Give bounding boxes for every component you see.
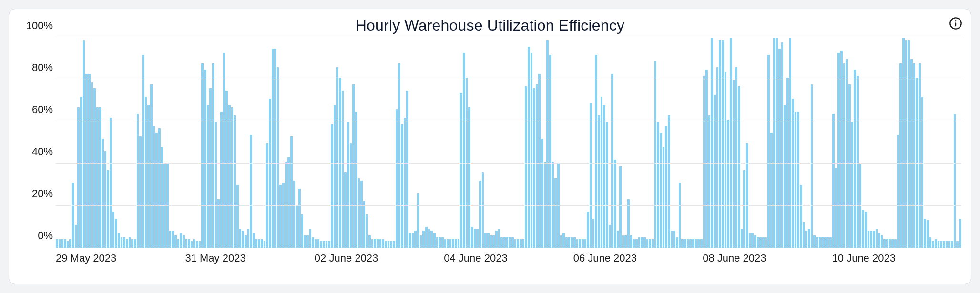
bar <box>228 105 231 248</box>
bar <box>147 105 150 248</box>
bar <box>72 183 74 248</box>
bar <box>500 237 503 248</box>
bar <box>390 241 392 248</box>
bar <box>145 97 147 248</box>
bar <box>425 227 428 248</box>
bar <box>88 74 91 248</box>
bar <box>800 185 802 248</box>
bar <box>209 88 212 248</box>
bar <box>784 105 786 248</box>
bar <box>139 136 142 248</box>
bar <box>466 78 468 248</box>
bar <box>64 239 66 248</box>
y-tick-label: 100% <box>26 20 53 32</box>
bar <box>576 239 579 248</box>
bar <box>509 237 511 248</box>
bar <box>951 241 953 248</box>
bar <box>573 237 576 248</box>
bar <box>657 122 659 248</box>
bar <box>137 114 139 248</box>
bar <box>115 219 117 248</box>
bar <box>107 170 109 248</box>
bar <box>611 74 613 248</box>
bar <box>746 143 748 248</box>
bar <box>123 237 125 248</box>
info-button[interactable] <box>949 17 962 30</box>
bar <box>943 241 945 248</box>
bar <box>293 181 296 248</box>
bar <box>385 241 387 248</box>
bar <box>700 239 703 248</box>
bar <box>177 239 180 248</box>
bar <box>522 239 525 248</box>
bar <box>587 212 589 248</box>
bar <box>851 122 854 248</box>
bar <box>188 239 190 248</box>
bar <box>843 63 846 248</box>
bar <box>584 239 587 248</box>
y-tick-label: 60% <box>32 104 53 116</box>
bar <box>940 241 942 248</box>
bar <box>716 67 719 248</box>
bar <box>352 84 355 248</box>
bar <box>272 49 274 248</box>
bar <box>708 115 711 248</box>
bar <box>549 55 551 248</box>
grid-line <box>56 80 961 80</box>
bar <box>910 59 913 248</box>
bar <box>75 225 77 248</box>
bar <box>592 219 595 248</box>
bar <box>751 233 754 248</box>
bar <box>873 231 875 248</box>
bar <box>684 239 686 248</box>
bar <box>379 239 382 248</box>
bar <box>296 206 298 248</box>
bar <box>482 172 484 248</box>
bar <box>506 237 509 248</box>
bar <box>255 239 258 248</box>
bar <box>377 239 379 248</box>
bar <box>412 233 414 248</box>
bar <box>837 53 840 248</box>
bar <box>517 239 519 248</box>
info-icon <box>949 17 962 30</box>
bar <box>601 97 603 248</box>
bar <box>695 239 697 248</box>
bar <box>191 241 193 248</box>
bar <box>306 235 309 248</box>
bar <box>474 229 476 248</box>
bar <box>430 231 433 248</box>
bar <box>334 105 336 248</box>
bar <box>905 40 908 248</box>
bar <box>396 109 398 248</box>
bar <box>153 126 155 248</box>
bar <box>110 118 112 248</box>
y-tick-label: 0% <box>38 230 53 242</box>
y-tick-label: 40% <box>32 146 53 158</box>
bar <box>816 237 818 248</box>
bar <box>428 229 430 248</box>
bar <box>91 82 93 248</box>
bar <box>703 76 705 248</box>
bar <box>757 237 759 248</box>
bar <box>886 239 888 248</box>
x-tick-label: 29 May 2023 <box>56 252 116 264</box>
bar <box>544 162 546 248</box>
bar <box>169 231 172 248</box>
bar <box>484 233 487 248</box>
bar <box>902 38 905 248</box>
bar <box>439 237 441 248</box>
bar <box>913 63 916 248</box>
bar <box>652 239 654 248</box>
bar <box>714 95 716 248</box>
bar <box>298 189 301 248</box>
bar <box>624 235 627 248</box>
bar <box>603 105 605 248</box>
x-tick-label: 06 June 2023 <box>573 252 637 264</box>
bar <box>317 239 320 248</box>
svg-rect-2 <box>955 22 956 26</box>
bar <box>183 235 185 248</box>
bar <box>104 151 107 248</box>
bar <box>899 63 902 248</box>
bar <box>568 237 571 248</box>
